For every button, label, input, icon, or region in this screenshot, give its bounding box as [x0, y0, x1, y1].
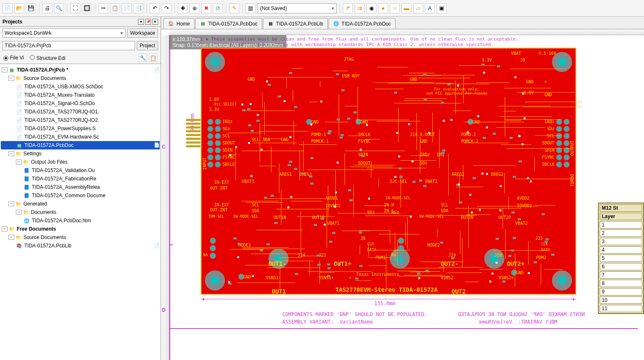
tree-gendoc-item[interactable]: 🌐 TIDA-01572A.PcbDoc.htm [1, 216, 160, 225]
tree-project-root[interactable]: −▦ TIDA-01572A.PrjPcb * 📄 [1, 66, 160, 74]
panel-menu-icon[interactable]: ▾ [138, 19, 144, 25]
project-field[interactable]: TIDA-01572A.PrjPcb [3, 41, 135, 50]
tree-pcbdoc-selected[interactable]: ▦ TIDA-01572A.PcbDoc 📄 [1, 141, 160, 149]
print-button[interactable]: 🖨 [42, 3, 52, 13]
modified-icon: 📄 [154, 67, 160, 73]
text-button[interactable]: A [425, 3, 435, 13]
footer-dnp: COMPONENTS MARKED 'DNP' SHOULD NOT BE PO… [282, 311, 427, 317]
silk-brand: Texas Instruments [356, 272, 399, 277]
silk-vsns2+: VSNS2+ [498, 275, 514, 280]
workspace-dropdown[interactable]: Workspace1.DsnWrk [3, 28, 125, 38]
cancel-button[interactable]: ✖ [201, 3, 211, 13]
tree-schdoc-item[interactable]: 📄TIDA-01572A_Signal-IO.SchDo [1, 99, 160, 108]
pcb-icon: ▦ [200, 21, 206, 27]
paste-button[interactable]: 📄 [122, 3, 132, 13]
hole-button[interactable]: ○ [390, 3, 400, 13]
tree-schdoc-item[interactable]: 📄TIDA-01572A_TAS2770RJQ-IO2. [1, 116, 160, 124]
poly-button[interactable]: ▱ [413, 3, 423, 13]
tree-schdoc-item[interactable]: 📄TIDA-01572A_EVM-Hardware.Sc [1, 133, 160, 141]
tree-item-label: TIDA-01572A_Validation.Ou [32, 167, 160, 173]
zoom-fit-button[interactable]: ⛶ [70, 3, 80, 13]
tab-home[interactable]: 🏠Home [164, 18, 194, 29]
route-button[interactable]: ↱ [343, 3, 353, 13]
grid-button[interactable]: ✚ [178, 3, 188, 13]
tree-gendocs-folder[interactable]: −📁 Documents [1, 208, 160, 216]
tree-tool1-button[interactable]: 🔧 [139, 54, 147, 62]
doc-status-icon: 📄 [154, 142, 160, 148]
silk-scl-c: SCL [252, 137, 259, 142]
via-button[interactable]: ◉ [366, 3, 376, 13]
tree-outjob-item[interactable]: 📘TIDA-01572A_AssemblyRelea [1, 183, 160, 191]
tree-source-folder[interactable]: −📁 Source Documents [1, 74, 160, 82]
ruler-horizontal[interactable] [169, 29, 644, 35]
sch-doc-icon: 📄 [16, 134, 23, 140]
tree-free-src-folder[interactable]: −📁 Source Documents [1, 233, 160, 242]
tab-htm[interactable]: 🌐TIDA-01572A.PcbDoc [329, 18, 396, 29]
silk-mode2: MODE2 [427, 243, 440, 247]
mount-hole-3 [484, 249, 504, 269]
tree-pcblib-item[interactable]: 📚 TIDA-01572A.PcbLib 📄 [1, 242, 160, 250]
tree-outjob-item[interactable]: 📘TIDA-01572A_FabricationRe [1, 175, 160, 183]
silk-sdin-l: SDIN [222, 148, 233, 152]
tab-pcbdoc[interactable]: ▦TIDA-01572A.PcbDoc [195, 18, 262, 29]
home-icon: 🏠 [168, 21, 174, 27]
workspace-button[interactable]: Workspace [127, 28, 158, 38]
cut-button[interactable]: ✂ [98, 3, 108, 13]
panel-pin-icon[interactable]: 📌 [145, 19, 151, 25]
silk-out2p: OUT2P [498, 215, 511, 220]
tree-item-label: TIDA-01572A_Signal-IO.SchDo [24, 100, 160, 106]
refresh-button[interactable]: ⟳ [213, 3, 223, 13]
silk-sdout-l: SDOUT [222, 141, 235, 145]
layer-button[interactable]: ▥ [245, 3, 256, 13]
tree-generated-folder[interactable]: −📁 Generated [1, 200, 160, 208]
tab-pcblib[interactable]: ▦TIDA-01572A.PcbLib [263, 18, 328, 29]
workspace-value: Workspace1.DsnWrk [5, 30, 51, 36]
dim-width: 135.0mm [374, 301, 396, 306]
sch-doc-icon: 📄 [16, 126, 23, 131]
tree-outjob-item[interactable]: 📘TIDA-01572A_Validation.Ou [1, 166, 160, 175]
tree-schdoc-item[interactable]: 📄TIDA-01572A_Muxes-Translato [1, 91, 160, 99]
snap-button[interactable]: ⊕ [189, 3, 199, 13]
savestate-dropdown[interactable]: (Not Saved) [257, 3, 337, 13]
structure-view-radio[interactable]: Structure Edi [30, 55, 65, 61]
zoom-area-button[interactable]: 🔲 [82, 3, 92, 13]
sch-doc-icon: 📄 [16, 84, 23, 90]
silk-inmode: IN-MODE-SEL [386, 196, 411, 200]
component-button[interactable]: ▣ [437, 3, 447, 13]
tree-settings-folder[interactable]: −📁 Settings [1, 149, 160, 158]
pcb-canvas[interactable]: 222 ▪ These assemblies must be clean and… [169, 35, 644, 360]
silk-vbat2-a: VBAT2 [425, 179, 437, 184]
file-view-radio[interactable]: File Vi [3, 55, 24, 61]
fill-button[interactable]: ▬ [401, 3, 411, 13]
ruler-vertical[interactable]: C D [161, 35, 169, 360]
legend-row: 3 [600, 238, 642, 245]
save-button[interactable]: 💾 [26, 3, 36, 13]
redo-button[interactable]: ↷ [161, 3, 171, 13]
tree-root-label: TIDA-01572A.PrjPcb * [17, 67, 152, 73]
silk-dreg2: DREG2 [491, 172, 503, 177]
panel-close-icon[interactable]: ✕ [152, 19, 158, 25]
pad-button[interactable]: ● [378, 3, 388, 13]
rubber-stamp-button[interactable]: 📑 [133, 3, 143, 13]
project-button[interactable]: Project [137, 41, 158, 50]
tree-tool2-button[interactable]: 📋 [149, 54, 157, 62]
legend-col: Layer [600, 213, 642, 220]
tree-schdoc-item[interactable]: 📄TIDA-01572A_PowerSupplies.S [1, 124, 160, 133]
new-doc-button[interactable]: 📄 [3, 3, 13, 13]
copy-button[interactable]: 📋 [110, 3, 120, 13]
silk-j25: J25 [535, 236, 543, 241]
route-diff-button[interactable]: ⇉ [355, 3, 365, 13]
tree-free-folder[interactable]: −📁 Free Documents [1, 225, 160, 233]
open-button[interactable]: 📂 [14, 3, 24, 13]
silk-plus-tr: + [544, 80, 547, 84]
tree-outjob-item[interactable]: 📘TIDA-01572A_Common Docume [1, 191, 160, 200]
undo-button[interactable]: ↶ [150, 3, 160, 13]
tree-item-label: TIDA-01572A_TAS2770RJQ-IO1. [24, 109, 160, 115]
highlight-button[interactable]: ✎ [229, 3, 239, 13]
tree-schdoc-item[interactable]: 📄TIDA-01572A_TAS2770RJQ-IO1. [1, 108, 160, 116]
silk-scl-l: SCL [222, 134, 230, 138]
tree-item-label: TIDA-01572A_FabricationRe [32, 176, 160, 182]
tree-schdoc-item[interactable]: 📄TIDA-01572A_USB-XMOS.SchDoc [1, 82, 160, 91]
preview-button[interactable]: 🔍 [54, 3, 64, 13]
tree-outjob-folder[interactable]: −📁 Output Job Files [1, 158, 160, 166]
